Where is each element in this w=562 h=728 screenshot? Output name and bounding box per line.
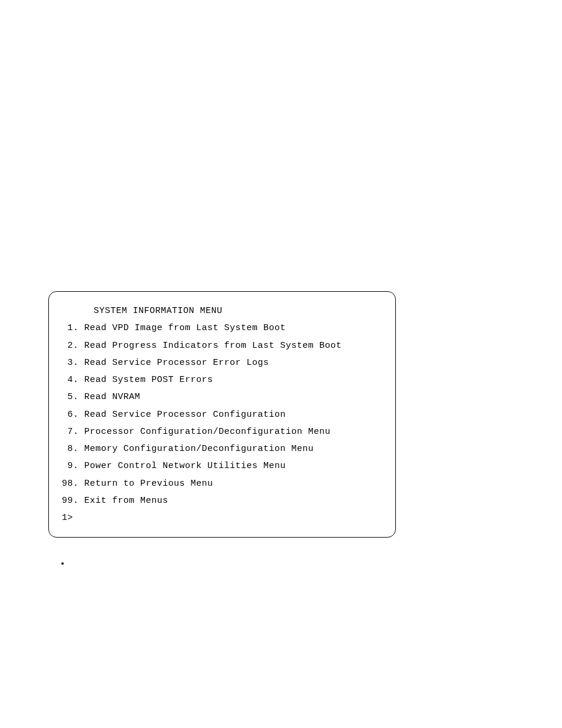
menu-item[interactable]: 98. Return to Previous Menu <box>62 475 395 492</box>
menu-item-label: Exit from Menus <box>84 496 168 506</box>
menu-item[interactable]: 3. Read Service Processor Error Logs <box>62 354 395 371</box>
menu-item-num: 1 <box>62 323 73 333</box>
menu-item[interactable]: 2. Read Progress Indicators from Last Sy… <box>62 337 395 354</box>
menu-body: 1. Read VPD Image from Last System Boot … <box>62 319 395 526</box>
menu-item-num: 99 <box>62 496 73 506</box>
menu-item-label: Processor Configuration/Deconfiguration … <box>84 427 330 437</box>
menu-item-label: Read Service Processor Error Logs <box>84 358 269 368</box>
menu-item-num: 2 <box>62 341 73 351</box>
menu-item-label: Power Control Network Utilities Menu <box>84 461 286 471</box>
menu-item-label: Read System POST Errors <box>84 375 213 385</box>
menu-item-num: 3 <box>62 358 73 368</box>
menu-prompt[interactable]: 1> <box>62 509 395 526</box>
system-information-menu-box: SYSTEM INFORMATION MENU 1. Read VPD Imag… <box>48 291 396 538</box>
bullet-icon: • <box>60 560 65 568</box>
menu-item[interactable]: 9. Power Control Network Utilities Menu <box>62 457 395 475</box>
menu-item-label: Read Progress Indicators from Last Syste… <box>84 341 342 351</box>
menu-title: SYSTEM INFORMATION MENU <box>94 302 395 319</box>
menu-item[interactable]: 4. Read System POST Errors <box>62 371 395 388</box>
menu-item[interactable]: 7. Processor Configuration/Deconfigurati… <box>62 423 395 440</box>
menu-item-num: 8 <box>62 444 73 454</box>
menu-item-num: 9 <box>62 461 73 471</box>
menu-item-num: 4 <box>62 375 73 385</box>
menu-item-label: Read VPD Image from Last System Boot <box>84 323 286 333</box>
menu-item-label: Read NVRAM <box>84 392 140 402</box>
menu-item[interactable]: 5. Read NVRAM <box>62 388 395 406</box>
menu-item-num: 98 <box>62 479 73 489</box>
menu-item-num: 7 <box>62 427 73 437</box>
menu-item-num: 6 <box>62 410 73 420</box>
menu-item-label: Return to Previous Menu <box>84 479 213 489</box>
menu-item-num: 5 <box>62 392 73 402</box>
menu-item-label: Memory Configuration/Deconfiguration Men… <box>84 444 314 454</box>
menu-item-label: Read Service Processor Configuration <box>84 410 286 420</box>
menu-item[interactable]: 1. Read VPD Image from Last System Boot <box>62 319 395 337</box>
menu-item[interactable]: 99. Exit from Menus <box>62 492 395 509</box>
menu-item[interactable]: 6. Read Service Processor Configuration <box>62 406 395 423</box>
menu-item[interactable]: 8. Memory Configuration/Deconfiguration … <box>62 440 395 457</box>
